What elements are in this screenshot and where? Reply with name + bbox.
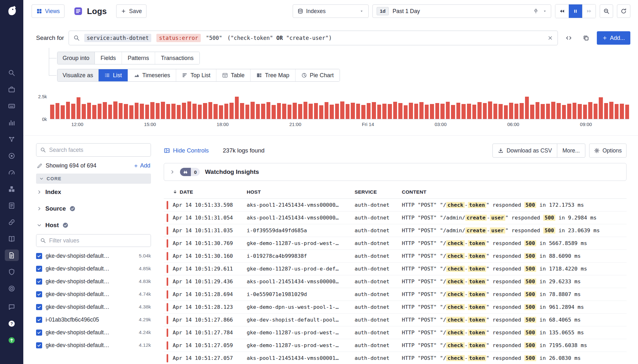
facet-value-row[interactable]: gke-dev-shopist-default…5.04k xyxy=(36,249,151,262)
histogram-bar[interactable] xyxy=(251,102,255,119)
histogram-bar[interactable] xyxy=(414,104,418,119)
log-row[interactable]: Apr 14 10:51:28.123gke-demo-dpn-us-west-… xyxy=(164,301,627,314)
pin-icon[interactable] xyxy=(533,8,539,14)
viz-option-treemap[interactable]: Tree Map xyxy=(250,69,295,81)
histogram-bar[interactable] xyxy=(319,105,323,119)
histogram-bar[interactable] xyxy=(166,104,170,119)
histogram-bar[interactable] xyxy=(567,104,571,119)
histogram-bar[interactable] xyxy=(419,102,424,119)
notebooks-icon[interactable] xyxy=(5,200,19,211)
facet-value-row[interactable]: gke-dev-shopist-default…4.83k xyxy=(36,275,151,288)
facet-value-row[interactable]: gke-dev-shopist-default…4.74k xyxy=(36,288,151,301)
log-row[interactable]: Apr 14 10:51:33.598aks-pool1-21451434-vm… xyxy=(164,199,627,212)
infrastructure-icon[interactable] xyxy=(5,84,19,95)
ci-icon[interactable] xyxy=(5,283,19,294)
security-icon[interactable] xyxy=(5,266,19,278)
fast-forward-button[interactable] xyxy=(582,4,596,18)
dashboards-icon[interactable] xyxy=(5,167,19,178)
histogram-bar[interactable] xyxy=(398,103,402,119)
histogram-bar[interactable] xyxy=(509,103,513,119)
histogram-bar[interactable] xyxy=(467,104,471,119)
histogram-bar[interactable] xyxy=(451,105,455,119)
histogram-bar[interactable] xyxy=(393,102,397,119)
histogram-bar[interactable] xyxy=(504,105,508,119)
histogram-bar[interactable] xyxy=(562,105,566,119)
histogram-bar[interactable] xyxy=(304,102,308,119)
histogram-bar[interactable] xyxy=(525,97,529,119)
download-csv-button[interactable]: Download as CSV xyxy=(493,144,557,157)
histogram-bar[interactable] xyxy=(214,104,218,119)
histogram-bar[interactable] xyxy=(192,104,197,119)
histogram-bar[interactable] xyxy=(530,105,534,119)
histogram-bar[interactable] xyxy=(499,104,503,119)
histogram-bar[interactable] xyxy=(266,102,271,119)
charts-icon[interactable] xyxy=(5,117,19,128)
viz-option-pie[interactable]: Pie Chart xyxy=(295,69,340,81)
viz-option-timeseries[interactable]: Timeseries xyxy=(128,69,176,81)
checkbox-checked[interactable] xyxy=(36,330,42,336)
histogram-bar[interactable] xyxy=(314,103,318,119)
column-header-date[interactable]: DATE xyxy=(173,189,247,195)
clear-query-icon[interactable] xyxy=(547,35,553,41)
zoom-out-button[interactable] xyxy=(600,4,613,18)
histogram-bar[interactable] xyxy=(203,103,207,119)
more-button[interactable]: More... xyxy=(557,144,585,157)
histogram-bar[interactable] xyxy=(145,105,149,119)
facet-filter-input[interactable] xyxy=(49,237,147,244)
histogram-bar[interactable] xyxy=(493,104,498,119)
histogram-bar[interactable] xyxy=(604,103,608,119)
histogram-bar[interactable] xyxy=(541,104,545,119)
histogram-bar[interactable] xyxy=(435,103,439,119)
histogram-bar[interactable] xyxy=(330,105,334,119)
histogram-bar[interactable] xyxy=(56,103,60,119)
checkbox-checked[interactable] xyxy=(36,266,42,272)
histogram-bar[interactable] xyxy=(156,103,160,119)
histogram-bar[interactable] xyxy=(182,103,186,119)
histogram-bar[interactable] xyxy=(382,104,387,119)
histogram-bar[interactable] xyxy=(367,103,371,119)
histogram-bar[interactable] xyxy=(620,104,624,119)
histogram-bar[interactable] xyxy=(124,104,128,119)
query-token[interactable]: "500" xyxy=(206,35,222,41)
checkbox-checked[interactable] xyxy=(36,291,42,297)
histogram-bar[interactable] xyxy=(340,101,344,119)
histogram-bar[interactable] xyxy=(346,104,350,119)
viz-option-list[interactable]: List xyxy=(99,69,128,81)
histogram-bar[interactable] xyxy=(66,102,70,119)
viz-option-toplist[interactable]: Top List xyxy=(176,69,216,81)
service-map-icon[interactable] xyxy=(5,133,19,145)
histogram-bar[interactable] xyxy=(309,104,313,119)
histogram-bar[interactable] xyxy=(446,102,450,119)
histogram-bar[interactable] xyxy=(325,102,329,119)
datadog-logo-icon[interactable] xyxy=(4,3,19,19)
histogram-bar[interactable] xyxy=(82,104,86,119)
refresh-button[interactable] xyxy=(617,4,630,18)
histogram-bar[interactable] xyxy=(514,104,519,119)
histogram-bar[interactable] xyxy=(87,103,91,119)
histogram-bar[interactable] xyxy=(404,105,408,119)
log-row[interactable]: Apr 14 10:51:27.059gke-demo-11287-us-pro… xyxy=(164,339,627,352)
facet-search[interactable] xyxy=(36,143,151,157)
histogram-bar[interactable] xyxy=(119,103,123,119)
group-tab-fields[interactable]: Fields xyxy=(95,52,122,64)
histogram-bar[interactable] xyxy=(293,103,297,119)
histogram-bar[interactable] xyxy=(388,104,392,119)
histogram-bar[interactable] xyxy=(113,101,117,119)
histogram-bar[interactable] xyxy=(187,101,191,119)
histogram-bar[interactable] xyxy=(150,102,154,119)
integrations-icon[interactable] xyxy=(5,183,19,195)
histogram-bar[interactable] xyxy=(372,102,376,119)
histogram-bar[interactable] xyxy=(425,105,429,119)
log-row[interactable]: Apr 14 10:51:29.611gke-demo-11287-us-pro… xyxy=(164,263,627,275)
save-view-button[interactable]: Save xyxy=(116,4,146,18)
log-row[interactable]: Apr 14 10:51:27.784gke-demo-11287-us-pro… xyxy=(164,326,627,339)
histogram-bar[interactable] xyxy=(430,104,434,119)
histogram-bar[interactable] xyxy=(578,104,582,119)
query-token-group[interactable]: ("check-token" OR "create-user") xyxy=(227,35,332,41)
column-header-service[interactable]: SERVICE xyxy=(355,189,402,195)
histogram-bar[interactable] xyxy=(219,105,223,119)
histogram-bar[interactable] xyxy=(261,104,265,119)
histogram-bar[interactable] xyxy=(356,104,360,119)
histogram-bar[interactable] xyxy=(361,105,365,119)
histogram-bar[interactable] xyxy=(409,103,413,119)
